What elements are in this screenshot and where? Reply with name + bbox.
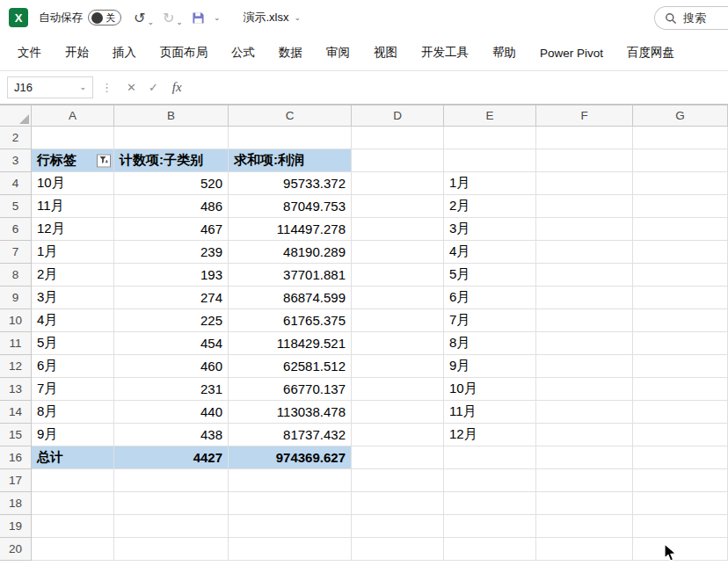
cell-D12[interactable]	[352, 355, 444, 378]
cell-E9[interactable]: 6月	[444, 287, 536, 309]
cell-C2[interactable]	[229, 127, 352, 149]
row-header-13[interactable]: 13	[0, 378, 32, 401]
autosave-switch[interactable]: 关	[88, 10, 121, 25]
cell-F12[interactable]	[536, 355, 633, 378]
cell-G13[interactable]	[633, 378, 728, 401]
cell-A14[interactable]: 8月	[32, 401, 114, 424]
tab-文件[interactable]: 文件	[18, 45, 41, 61]
col-header-F[interactable]: F	[536, 105, 633, 127]
tab-数据[interactable]: 数据	[279, 45, 302, 61]
cell-A8[interactable]: 2月	[32, 264, 114, 287]
cell-B14[interactable]: 440	[114, 401, 229, 424]
col-header-D[interactable]: D	[352, 105, 444, 127]
name-box[interactable]: J16 ⌄	[7, 76, 93, 98]
cell-C19[interactable]	[229, 515, 352, 538]
cell-F9[interactable]	[536, 287, 633, 309]
cell-A18[interactable]	[32, 492, 114, 515]
undo-button[interactable]: ↺ ⌄	[134, 10, 154, 26]
cell-B5[interactable]: 486	[114, 195, 229, 218]
cell-D13[interactable]	[352, 378, 444, 401]
cell-E7[interactable]: 4月	[444, 241, 536, 264]
cell-D9[interactable]	[352, 287, 444, 309]
cell-F15[interactable]	[536, 424, 633, 446]
cell-D16[interactable]	[352, 446, 444, 469]
redo-button[interactable]: ↻ ⌄	[163, 10, 183, 26]
cell-B15[interactable]: 438	[114, 424, 229, 446]
cell-E15[interactable]: 12月	[444, 424, 536, 446]
cell-F18[interactable]	[536, 492, 633, 515]
cell-F2[interactable]	[536, 127, 633, 149]
cell-A5[interactable]: 11月	[32, 195, 114, 218]
cell-A12[interactable]: 6月	[32, 355, 114, 378]
cell-E5[interactable]: 2月	[444, 195, 536, 218]
cell-B16[interactable]: 4427	[114, 446, 229, 469]
cell-B12[interactable]: 460	[114, 355, 229, 378]
cell-A10[interactable]: 4月	[32, 309, 114, 332]
cell-C17[interactable]	[229, 469, 352, 492]
cell-G15[interactable]	[633, 424, 728, 446]
row-header-20[interactable]: 20	[0, 538, 32, 561]
cell-D8[interactable]	[352, 264, 444, 287]
cell-C6[interactable]: 114497.278	[229, 218, 352, 241]
row-header-18[interactable]: 18	[0, 492, 32, 515]
cell-A7[interactable]: 1月	[32, 241, 114, 264]
cell-G14[interactable]	[633, 401, 728, 424]
tab-百度网盘[interactable]: 百度网盘	[627, 45, 674, 61]
row-header-2[interactable]: 2	[0, 127, 32, 149]
col-header-B[interactable]: B	[114, 105, 229, 127]
cell-F16[interactable]	[536, 446, 633, 469]
tab-开始[interactable]: 开始	[65, 45, 89, 61]
cell-B7[interactable]: 239	[114, 241, 229, 264]
formula-input[interactable]	[190, 71, 728, 104]
cell-F4[interactable]	[536, 172, 633, 195]
cell-F5[interactable]	[536, 195, 633, 218]
search-box[interactable]: 搜索	[654, 6, 728, 30]
cell-F14[interactable]	[536, 401, 633, 424]
cell-G9[interactable]	[633, 287, 728, 309]
insert-function-button[interactable]: fx	[172, 80, 182, 95]
cell-E8[interactable]: 5月	[444, 264, 536, 287]
cell-C13[interactable]: 66770.137	[229, 378, 352, 401]
cell-G7[interactable]	[633, 241, 728, 264]
cell-F17[interactable]	[536, 469, 633, 492]
cell-A15[interactable]: 9月	[32, 424, 114, 446]
cell-D20[interactable]	[352, 538, 444, 561]
cell-D15[interactable]	[352, 424, 444, 446]
cell-F6[interactable]	[536, 218, 633, 241]
cell-F8[interactable]	[536, 264, 633, 287]
row-header-10[interactable]: 10	[0, 309, 32, 332]
tab-公式[interactable]: 公式	[231, 45, 255, 61]
cell-G12[interactable]	[633, 355, 728, 378]
cell-G8[interactable]	[633, 264, 728, 287]
cell-E16[interactable]	[444, 446, 536, 469]
cell-B4[interactable]: 520	[114, 172, 229, 195]
cell-C14[interactable]: 113038.478	[229, 401, 352, 424]
row-header-16[interactable]: 16	[0, 446, 32, 469]
cell-F10[interactable]	[536, 309, 633, 332]
cell-C12[interactable]: 62581.512	[229, 355, 352, 378]
cell-E20[interactable]	[444, 538, 536, 561]
cell-C9[interactable]: 86874.599	[229, 287, 352, 309]
cell-C11[interactable]: 118429.521	[229, 332, 352, 355]
cell-G6[interactable]	[633, 218, 728, 241]
cell-E12[interactable]: 9月	[444, 355, 536, 378]
cell-G20[interactable]	[633, 538, 728, 561]
row-header-3[interactable]: 3	[0, 149, 32, 172]
cell-F19[interactable]	[536, 515, 633, 538]
cell-D5[interactable]	[352, 195, 444, 218]
cell-E3[interactable]	[444, 149, 536, 172]
cell-B6[interactable]: 467	[114, 218, 229, 241]
cell-C15[interactable]: 81737.432	[229, 424, 352, 446]
cell-A4[interactable]: 10月	[32, 172, 114, 195]
cell-B20[interactable]	[114, 538, 229, 561]
row-header-17[interactable]: 17	[0, 469, 32, 492]
cell-A6[interactable]: 12月	[32, 218, 114, 241]
cell-G17[interactable]	[633, 469, 728, 492]
cell-E19[interactable]	[444, 515, 536, 538]
cell-D3[interactable]	[352, 149, 444, 172]
row-header-15[interactable]: 15	[0, 424, 32, 446]
cell-F11[interactable]	[536, 332, 633, 355]
cell-C16[interactable]: 974369.627	[229, 446, 352, 469]
col-header-A[interactable]: A	[32, 105, 114, 127]
cell-D18[interactable]	[352, 492, 444, 515]
